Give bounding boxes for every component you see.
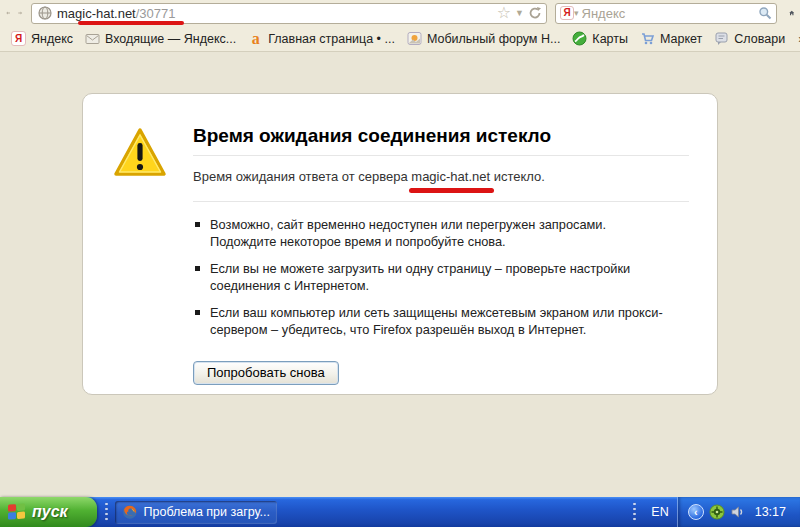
error-reason-item: Возможно, сайт временно недоступен или п… [193,216,689,250]
url-path: /30771 [136,6,176,21]
search-engine-chevron-icon[interactable]: ▾ [574,8,579,18]
home-icon[interactable] [789,3,794,23]
firefox-icon [122,504,138,520]
bookmark-dictionaries[interactable]: Словари [711,29,788,48]
search-box[interactable]: Я ▾ [555,3,777,24]
yandex-search-icon[interactable]: Я [560,6,574,20]
search-input[interactable] [582,6,758,21]
volume-tray-icon[interactable] [730,504,746,520]
start-button-label: пуск [32,503,68,521]
warning-icon [113,127,167,179]
bookmark-label: Маркет [660,32,702,46]
taskbar-grip [633,502,637,522]
error-message: Время ожидания ответа от сервера magic-h… [193,169,689,184]
navigation-toolbar: magic-hat.net/30771 ☆ ▼ Я ▾ [0,0,800,26]
error-message-suffix: истекло. [490,169,545,184]
taskbar-task-firefox[interactable]: Проблема при загру... [115,501,277,524]
taskbar: пуск Проблема при загру... EN ‹ 13:17 [0,497,800,527]
error-card-body: Время ожидания соединения истекло Время … [193,125,689,385]
url-text: magic-hat.net/30771 [57,6,497,21]
language-indicator[interactable]: EN [643,505,676,519]
tray-collapse-icon[interactable]: ‹ [688,504,704,520]
error-message-host: magic-hat.net [411,169,490,184]
bookmark-homepage[interactable]: a Главная страница • ... [245,29,398,48]
error-reason-item: Если ваш компьютер или сеть защищены меж… [193,304,689,338]
bookmarks-toolbar: Я Яндекс Входящие — Яндекс... a Главная … [0,26,800,52]
letter-a-icon: a [248,31,263,46]
bookmark-inbox[interactable]: Входящие — Яндекс... [82,29,239,48]
back-icon[interactable] [6,6,10,20]
market-cart-icon [640,31,655,46]
start-button[interactable]: пуск [0,497,97,527]
bookmark-label: Яндекс [31,32,73,46]
taskbar-clock[interactable]: 13:17 [751,505,794,519]
bookmark-maps[interactable]: Карты [569,29,631,48]
bookmark-yandex[interactable]: Я Яндекс [8,29,76,48]
divider [193,201,689,202]
error-card: Время ожидания соединения истекло Время … [82,93,718,395]
bookmark-market[interactable]: Маркет [637,29,705,48]
bookmark-label: Главная страница • ... [268,32,395,46]
bookmarks-overflow-chevron[interactable]: » [794,31,800,46]
browser-viewport: Время ожидания соединения истекло Время … [0,52,800,497]
bookmark-star-icon[interactable]: ☆ [497,5,511,21]
maps-icon [572,31,587,46]
globe-icon [38,6,52,20]
taskbar-grip [105,502,109,522]
url-host: magic-hat.net [57,6,136,21]
retry-button[interactable]: Попробовать снова [193,361,339,385]
reload-icon[interactable] [528,6,542,20]
windows-logo-icon [8,503,26,520]
yandex-icon: Я [11,31,26,46]
error-reason-item: Если вы не можете загрузить ни одну стра… [193,260,689,294]
error-reasons-list: Возможно, сайт временно недоступен или п… [193,216,689,338]
dictionary-icon [714,31,729,46]
error-message-prefix: Время ожидания ответа от сервера [193,169,411,184]
bookmark-label: Входящие — Яндекс... [105,32,236,46]
annotation-host-underline [409,188,494,193]
antivirus-tray-icon[interactable] [709,504,725,520]
chevron-down-icon[interactable]: ▼ [515,8,524,18]
bookmark-label: Словари [734,32,785,46]
error-title: Время ожидания соединения истекло [193,125,689,156]
browser-chrome: magic-hat.net/30771 ☆ ▼ Я ▾ [0,0,800,52]
addressbar-actions: ☆ ▼ [497,5,542,21]
annotation-url-underline [78,21,184,25]
bookmark-label: Карты [592,32,628,46]
bookmark-label: Мобильный форум Н... [427,32,560,46]
forward-icon[interactable] [18,6,22,20]
search-magnifier-icon[interactable] [758,6,772,20]
system-tray: ‹ 13:17 [677,497,800,527]
bookmark-mobile-forum[interactable]: Мобильный форум Н... [404,29,563,48]
task-button-label: Проблема при загру... [144,505,270,519]
mail-icon [85,31,100,46]
photo-icon [407,31,422,46]
